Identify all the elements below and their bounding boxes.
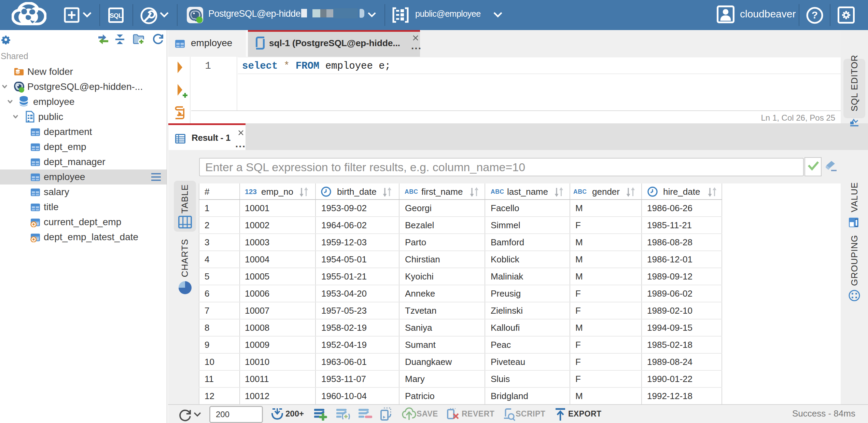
svg-text:ABC: ABC [405,188,418,195]
svg-text:ABC: ABC [573,188,587,195]
svg-text:123: 123 [245,188,257,195]
svg-text:?: ? [812,9,818,21]
svg-text:SQL: SQL [110,12,122,19]
svg-text:ABC: ABC [491,188,504,195]
